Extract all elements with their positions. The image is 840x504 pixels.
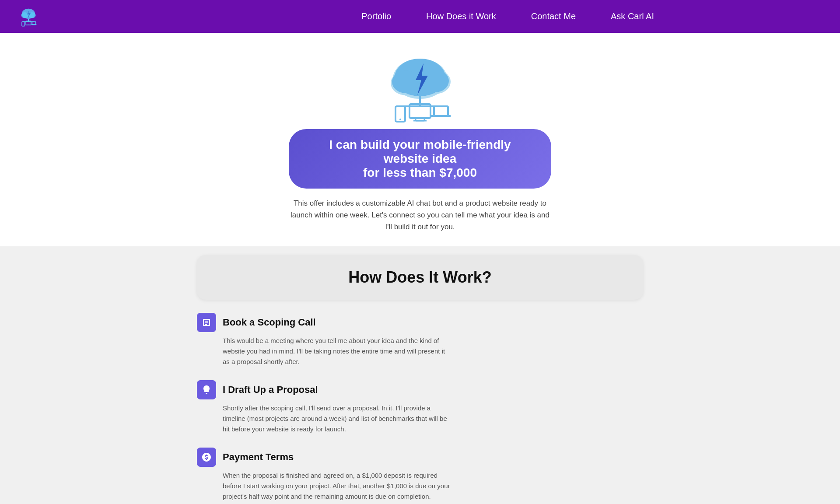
svg-point-15 — [392, 70, 420, 93]
svg-point-1 — [21, 12, 28, 18]
step-payment-terms-body: When the proposal is finished and agreed… — [197, 470, 451, 502]
nav-links: Portolio How Does it Work Contact Me Ask… — [361, 11, 654, 21]
nav-link-ask-carl-ai[interactable]: Ask Carl AI — [611, 11, 654, 21]
step-scoping-call-body: This would be a meeting where you tell m… — [197, 336, 451, 367]
step-scoping-call-title: Book a Scoping Call — [223, 317, 316, 328]
hero-cloud-icon — [376, 50, 464, 125]
step-draft-proposal-title: I Draft Up a Proposal — [223, 384, 318, 396]
step-payment-terms-header: Payment Terms — [197, 448, 643, 467]
svg-rect-25 — [434, 106, 448, 116]
main-content: How Does It Work? Book a Scoping Call Th… — [0, 246, 840, 504]
svg-point-21 — [399, 119, 401, 120]
step-scoping-call-header: Book a Scoping Call — [197, 313, 643, 332]
step-draft-proposal: I Draft Up a Proposal Shortly after the … — [197, 380, 643, 434]
book-icon — [197, 313, 216, 332]
logo-icon — [18, 6, 39, 28]
nav-logo — [18, 6, 39, 28]
step-scoping-call: Book a Scoping Call This would be a meet… — [197, 313, 643, 367]
payment-icon — [197, 448, 216, 467]
svg-point-16 — [421, 70, 449, 92]
section-title: How Does It Work? — [210, 268, 630, 287]
nav-link-how-does-it-work[interactable]: How Does it Work — [426, 11, 496, 21]
hero-badge: I can build your mobile-friendly website… — [289, 129, 551, 189]
step-payment-terms: Payment Terms When the proposal is finis… — [197, 448, 643, 502]
nav-link-contact-me[interactable]: Contact Me — [531, 11, 576, 21]
navbar: Portolio How Does it Work Contact Me Ask… — [0, 0, 840, 33]
section-title-box: How Does It Work? — [197, 255, 643, 300]
step-draft-proposal-body: Shortly after the scoping call, I'll sen… — [197, 403, 451, 434]
hero-description: This offer includes a customizable AI ch… — [289, 197, 551, 233]
hero-section: I can build your mobile-friendly website… — [0, 33, 840, 246]
lightbulb-icon — [197, 380, 216, 399]
step-payment-terms-title: Payment Terms — [223, 452, 294, 463]
nav-link-portfolio[interactable]: Portolio — [361, 11, 391, 21]
svg-rect-6 — [22, 21, 25, 26]
step-draft-proposal-header: I Draft Up a Proposal — [197, 380, 643, 399]
